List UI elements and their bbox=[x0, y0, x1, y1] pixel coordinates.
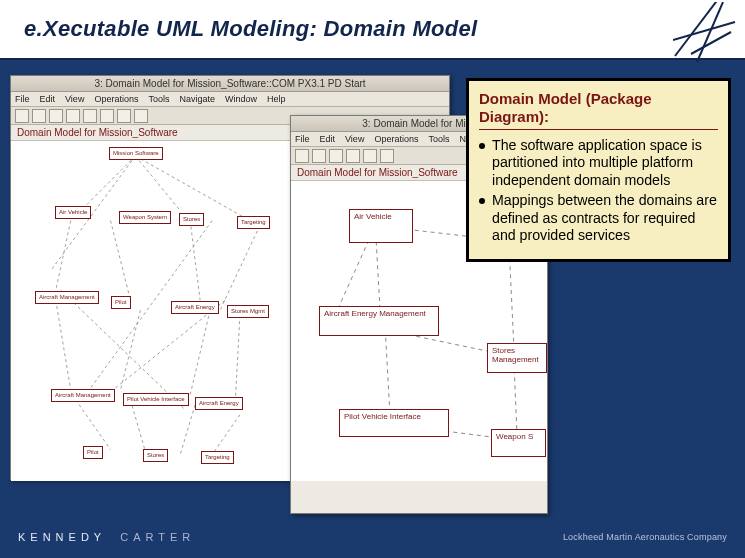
toolbar-button[interactable] bbox=[117, 109, 131, 123]
bullet-item: The software application space is partit… bbox=[479, 137, 718, 189]
toolbar-button[interactable] bbox=[49, 109, 63, 123]
toolbar-button[interactable] bbox=[312, 149, 326, 163]
pkg-node[interactable]: Mission Software bbox=[109, 147, 163, 160]
menu-view[interactable]: View bbox=[65, 94, 84, 104]
callout-box: Domain Model (Package Diagram): The soft… bbox=[466, 78, 731, 262]
toolbar-button[interactable] bbox=[83, 109, 97, 123]
pkg-node[interactable]: Aircraft Management bbox=[35, 291, 99, 304]
toolbar-button[interactable] bbox=[295, 149, 309, 163]
menu-navigate[interactable]: Navigate bbox=[179, 94, 215, 104]
toolbar-button[interactable] bbox=[32, 109, 46, 123]
pkg-node[interactable]: Targeting bbox=[201, 451, 234, 464]
bullet-text: The software application space is partit… bbox=[492, 137, 718, 189]
callout-list: The software application space is partit… bbox=[479, 137, 718, 245]
pkg-node[interactable]: Aircraft Energy Management bbox=[319, 306, 439, 336]
pkg-node[interactable]: Pilot Vehicle Interface bbox=[123, 393, 189, 406]
bullet-text: Mappings between the domains are defined… bbox=[492, 192, 718, 244]
menu-window[interactable]: Window bbox=[225, 94, 257, 104]
menu-view[interactable]: View bbox=[345, 134, 364, 144]
pkg-node[interactable]: Stores Mgmt bbox=[227, 305, 269, 318]
pkg-node[interactable]: Targeting bbox=[237, 216, 270, 229]
pkg-node[interactable]: Aircraft Energy bbox=[195, 397, 243, 410]
toolbar-button[interactable] bbox=[346, 149, 360, 163]
kennedy-carter-logo: KENNEDY CARTER bbox=[18, 531, 195, 543]
lockheed-star-logo bbox=[673, 2, 737, 64]
pkg-node[interactable]: Stores bbox=[179, 213, 204, 226]
pkg-node[interactable]: Pilot bbox=[111, 296, 131, 309]
bullet-item: Mappings between the domains are defined… bbox=[479, 192, 718, 244]
callout-title: Domain Model (Package Diagram): bbox=[479, 90, 718, 130]
pkg-node[interactable]: Air Vehicle bbox=[349, 209, 413, 243]
footer: KENNEDY CARTER Lockheed Martin Aeronauti… bbox=[0, 524, 745, 550]
bullet-icon bbox=[479, 198, 485, 204]
window-title: 3: Domain Model for Mission_Software::CO… bbox=[11, 76, 449, 92]
toolbar-button[interactable] bbox=[134, 109, 148, 123]
pkg-node[interactable]: Aircraft Management bbox=[51, 389, 115, 402]
toolbar-button[interactable] bbox=[363, 149, 377, 163]
toolbar-button[interactable] bbox=[329, 149, 343, 163]
menu-tools[interactable]: Tools bbox=[148, 94, 169, 104]
pkg-node[interactable]: Air Vehicle bbox=[55, 206, 91, 219]
kennedy-text: KENNEDY bbox=[18, 531, 106, 543]
pkg-node[interactable]: Stores Management bbox=[487, 343, 547, 373]
pkg-node[interactable]: Stores bbox=[143, 449, 168, 462]
toolbar-button[interactable] bbox=[15, 109, 29, 123]
pkg-node[interactable]: Weapon System bbox=[119, 211, 171, 224]
toolbar-button[interactable] bbox=[66, 109, 80, 123]
menu-file[interactable]: File bbox=[15, 94, 30, 104]
pkg-node[interactable]: Pilot bbox=[83, 446, 103, 459]
menu-file[interactable]: File bbox=[295, 134, 310, 144]
slide-header: e.Xecutable UML Modeling: Domain Model bbox=[0, 0, 745, 60]
menu-operations[interactable]: Operations bbox=[94, 94, 138, 104]
toolbar-button[interactable] bbox=[100, 109, 114, 123]
toolbar-button[interactable] bbox=[380, 149, 394, 163]
menu-edit[interactable]: Edit bbox=[320, 134, 336, 144]
menu-tools[interactable]: Tools bbox=[428, 134, 449, 144]
bullet-icon bbox=[479, 143, 485, 149]
window-menu[interactable]: File Edit View Operations Tools Navigate… bbox=[11, 92, 449, 107]
menu-help[interactable]: Help bbox=[267, 94, 286, 104]
carter-text: CARTER bbox=[120, 531, 195, 543]
pkg-node[interactable]: Aircraft Energy bbox=[171, 301, 219, 314]
slide-title: e.Xecutable UML Modeling: Domain Model bbox=[0, 16, 477, 42]
company-name: Lockheed Martin Aeronautics Company bbox=[563, 532, 727, 542]
pkg-node[interactable]: Pilot Vehicle Interface bbox=[339, 409, 449, 437]
pkg-node[interactable]: Weapon S bbox=[491, 429, 546, 457]
menu-edit[interactable]: Edit bbox=[40, 94, 56, 104]
menu-operations[interactable]: Operations bbox=[374, 134, 418, 144]
